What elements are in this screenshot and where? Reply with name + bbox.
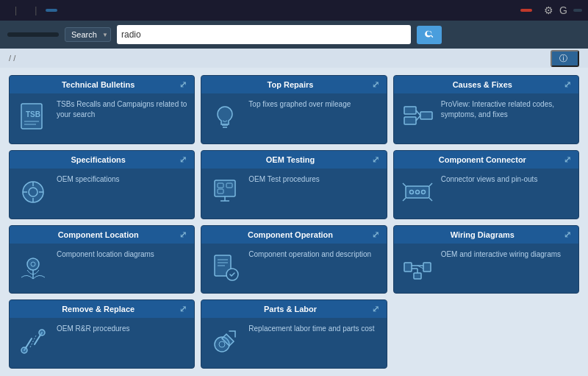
svg-rect-44: [414, 273, 421, 279]
recalls-button[interactable]: [520, 9, 532, 12]
card-causes-fixes[interactable]: Causes & Fixes ⤢ ProView: Interactive re…: [393, 75, 579, 144]
card-description: Connector views and pin-outs: [441, 174, 573, 185]
svg-point-32: [27, 258, 39, 270]
card-body: Component operation and description: [201, 244, 386, 294]
search-type-wrapper: Search Part # DTC: [65, 27, 111, 42]
svg-point-47: [39, 330, 45, 336]
card-icon-causes: [400, 99, 435, 135]
card-description: Component location diagrams: [57, 249, 188, 260]
breadcrumb-bar: / / ⓘ: [0, 49, 588, 68]
card-title: Component Connector: [401, 155, 564, 164]
card-header: Wiring Diagrams ⤢: [394, 226, 578, 244]
svg-point-46: [21, 347, 27, 353]
main-content: Technical Bulletins ⤢ TSB TSBs Recalls a…: [0, 68, 588, 376]
card-oem-testing[interactable]: OEM Testing ⤢ OEM Test procedures OEM In…: [201, 150, 387, 219]
card-description: OEM R&R procedures: [57, 324, 188, 334]
top-navigation: | | ⚙ G: [0, 0, 588, 21]
expand-icon[interactable]: ⤢: [179, 230, 187, 240]
search-type-select[interactable]: Search Part # DTC: [65, 27, 111, 42]
svg-text:TSB: TSB: [26, 110, 40, 118]
svg-rect-40: [423, 263, 431, 272]
card-header: Remove & Replace ⤢: [10, 300, 194, 318]
svg-line-28: [403, 183, 406, 186]
card-body: OEM and interactive wiring diagrams: [394, 244, 578, 294]
search-bar: Search Part # DTC: [0, 21, 588, 49]
settings-icon[interactable]: ⚙: [544, 4, 553, 16]
card-description: OEM and interactive wiring diagrams: [441, 249, 573, 260]
card-header: OEM Testing ⤢: [201, 151, 386, 169]
search-input-wrapper: [117, 25, 411, 44]
card-description: Replacement labor time and parts cost: [248, 324, 380, 334]
card-technical-bulletins[interactable]: Technical Bulletins ⤢ TSB TSBs Recalls a…: [9, 75, 195, 144]
card-body: OEM R&R procedures: [10, 318, 194, 369]
nav-right: ⚙ G: [520, 4, 582, 16]
search-logo: [7, 32, 59, 37]
card-icon-tsb: TSB: [15, 99, 51, 135]
card-wiring-diagrams[interactable]: Wiring Diagrams ⤢ OEM and interactive wi…: [393, 225, 579, 294]
expand-icon[interactable]: ⤢: [372, 304, 379, 314]
expand-icon[interactable]: ⤢: [179, 79, 187, 90]
card-parts-labor[interactable]: Parts & Labor ⤢ Replacement labor time a…: [201, 299, 387, 369]
card-title: Component Operation: [209, 230, 371, 239]
card-description: TSBs Recalls and Campaigns related to yo…: [57, 99, 188, 120]
card-icon-testing: [207, 174, 243, 210]
expand-icon[interactable]: ⤢: [372, 230, 379, 240]
card-header: Component Connector ⤢: [394, 151, 578, 169]
card-title: OEM Testing: [209, 155, 371, 164]
card-title: Top Repairs: [209, 80, 371, 89]
card-component-location[interactable]: Component Location ⤢ Component location …: [9, 225, 195, 294]
card-component-operation[interactable]: Component Operation ⤢ Component operatio…: [201, 225, 387, 294]
card-description: OEM Test procedures: [248, 174, 380, 185]
card-description: OEM specifications: [57, 174, 188, 185]
card-header: Top Repairs ⤢: [201, 76, 386, 93]
expand-icon[interactable]: ⤢: [372, 155, 379, 165]
card-description: Top fixes graphed over mileage: [248, 99, 380, 110]
card-specifications[interactable]: Specifications ⤢ OEM specifications OEM …: [9, 150, 195, 219]
expand-icon[interactable]: ⤢: [564, 230, 571, 240]
card-title: Component Location: [17, 230, 179, 239]
expand-icon[interactable]: ⤢: [179, 304, 187, 314]
expand-icon[interactable]: ⤢: [564, 155, 571, 165]
card-header: Parts & Labor ⤢: [201, 300, 386, 318]
svg-line-10: [416, 110, 420, 116]
card-icon-specs: [15, 174, 51, 210]
card-body: TSB TSBs Recalls and Campaigns related t…: [10, 93, 194, 144]
media-badge[interactable]: [573, 9, 582, 12]
expand-icon[interactable]: ⤢: [179, 155, 187, 165]
expand-icon[interactable]: ⤢: [372, 79, 379, 90]
card-body: ProView: Interactive related codes, symp…: [394, 93, 578, 144]
card-icon-lightbulb: [207, 99, 243, 135]
card-icon-operation: [207, 249, 243, 285]
card-title: Causes & Fixes: [401, 80, 564, 89]
information-button[interactable]: ⓘ: [551, 50, 579, 67]
user-icon[interactable]: G: [559, 4, 567, 16]
svg-line-31: [429, 198, 432, 201]
card-header: Component Location ⤢: [10, 226, 194, 244]
card-header: Component Operation ⤢: [201, 226, 386, 244]
card-body: Top fixes graphed over mileage: [201, 93, 386, 144]
card-title: Wiring Diagrams: [401, 230, 564, 239]
card-body: OEM specifications: [10, 169, 194, 219]
card-title: Remove & Replace: [17, 305, 179, 313]
search-input[interactable]: [121, 29, 406, 40]
card-header: Causes & Fixes ⤢: [394, 76, 578, 93]
card-header: Specifications ⤢: [10, 151, 194, 169]
card-remove-replace[interactable]: Remove & Replace ⤢ OEM R&R procedures OE…: [9, 299, 195, 369]
card-top-repairs[interactable]: Top Repairs ⤢ Top fixes graphed over mil…: [201, 75, 387, 144]
card-icon-remove-replace: [15, 324, 51, 359]
card-title: Specifications: [17, 155, 179, 164]
card-icon-location: [15, 249, 51, 285]
breadcrumb: / /: [9, 54, 15, 63]
card-component-connector[interactable]: Component Connector ⤢ Connector views an…: [393, 150, 579, 219]
card-body: OEM Test procedures: [201, 169, 386, 219]
card-body: Connector views and pin-outs: [394, 169, 578, 219]
card-description: ProView: Interactive related codes, symp…: [441, 99, 573, 120]
search-button[interactable]: [417, 26, 442, 44]
svg-rect-9: [420, 112, 432, 119]
svg-rect-39: [404, 263, 412, 272]
card-title: Parts & Labor: [209, 305, 371, 313]
svg-line-11: [416, 116, 420, 121]
svg-line-29: [403, 198, 406, 201]
svg-rect-8: [404, 117, 416, 124]
expand-icon[interactable]: ⤢: [564, 79, 571, 90]
